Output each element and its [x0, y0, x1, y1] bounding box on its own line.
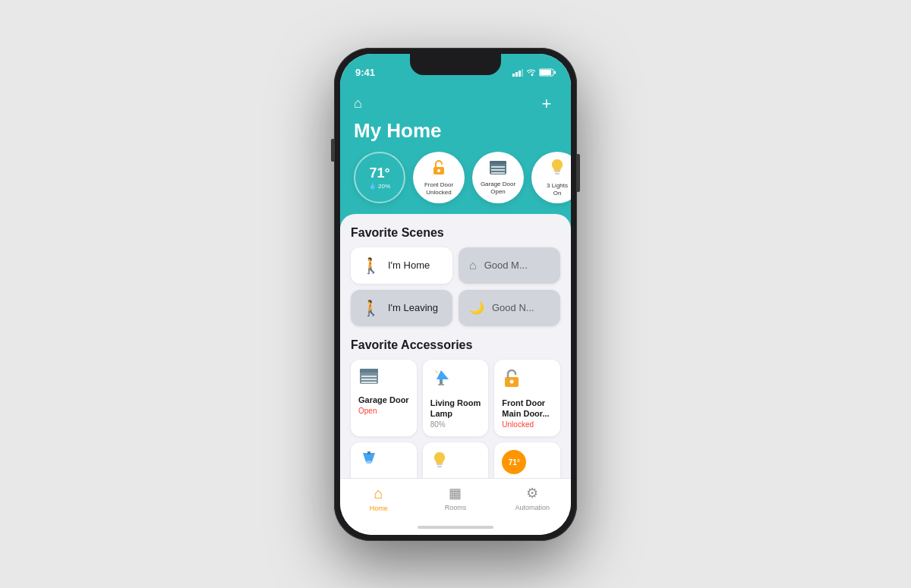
garage-door-label: Garage DoorOpen — [481, 181, 515, 195]
garage-accessory-icon — [358, 367, 409, 390]
weather-tile[interactable]: 71° 💧 20% — [354, 152, 405, 203]
good-morning-icon: ⌂ — [469, 259, 477, 272]
svg-rect-6 — [554, 71, 556, 74]
status-bar: 9:41 — [340, 54, 571, 87]
quick-item-garage[interactable]: Garage DoorOpen — [472, 152, 524, 203]
walking-icon: 🚶 — [361, 256, 380, 275]
accessory-thermostat[interactable]: 71° Living Room Thermostat Heating to 71… — [494, 442, 560, 477]
notch — [410, 54, 501, 75]
svg-rect-2 — [519, 71, 521, 77]
svg-rect-23 — [440, 379, 443, 384]
svg-rect-10 — [490, 161, 506, 164]
scene-im-leaving-label: I'm Leaving — [388, 302, 438, 313]
add-button[interactable]: + — [536, 93, 557, 115]
ceiling-light-icon — [358, 450, 409, 473]
scene-im-home-label: I'm Home — [388, 259, 430, 271]
accessory-front-door[interactable]: Front Door Main Door... Unlocked — [494, 360, 560, 437]
svg-rect-1 — [515, 72, 518, 77]
front-door-status: Unlocked — [502, 420, 553, 429]
scene-good-night[interactable]: 🌙 Good N... — [459, 290, 560, 326]
tab-rooms[interactable]: ▦ Rooms — [433, 485, 478, 511]
svg-rect-29 — [437, 464, 443, 465]
garage-door-name: Garage Door — [358, 395, 409, 405]
home-icon: ⌂ — [354, 96, 362, 112]
signal-icon — [512, 69, 523, 77]
svg-rect-24 — [438, 384, 444, 385]
leaving-icon: 🚶 — [361, 299, 380, 317]
accessories-grid: Garage Door Open Li — [351, 360, 560, 478]
accessory-hallway-light[interactable]: Hallway Light 70% — [423, 442, 489, 477]
svg-rect-3 — [522, 69, 523, 77]
tab-automation[interactable]: ⚙ Automation — [509, 485, 555, 511]
svg-rect-15 — [555, 173, 560, 175]
svg-rect-30 — [437, 466, 442, 467]
scenes-section-title: Favorite Scenes — [351, 226, 560, 240]
app-content: ⌂ + My Home 71° 💧 20% — [340, 87, 571, 478]
home-tab-icon: ⌂ — [374, 485, 383, 502]
living-lamp-name: Living Room Lamp — [430, 398, 481, 420]
3lights-label: 3 LightsOn — [547, 182, 568, 197]
living-lamp-status: 80% — [430, 420, 481, 429]
accessory-garage-door[interactable]: Garage Door Open — [351, 360, 417, 437]
tab-bar: ⌂ Home ▦ Rooms ⚙ Automation — [340, 478, 571, 521]
garage-icon — [488, 159, 508, 179]
thermostat-circle: 71° — [502, 450, 526, 474]
svg-rect-5 — [540, 70, 551, 75]
svg-rect-19 — [360, 369, 378, 373]
rooms-tab-icon: ▦ — [449, 485, 462, 502]
accessory-kitchen-light[interactable]: Kitchen Light 70% — [351, 442, 417, 477]
home-tab-label: Home — [370, 505, 388, 512]
app-header: ⌂ + My Home — [340, 87, 571, 152]
page-title: My Home — [354, 119, 557, 143]
quick-access-row: 71° 💧 20% Front DoorUnl — [340, 152, 571, 214]
status-time: 9:41 — [355, 67, 375, 78]
svg-rect-14 — [554, 171, 560, 172]
good-night-icon: 🌙 — [469, 300, 484, 315]
rooms-tab-label: Rooms — [445, 504, 467, 511]
home-indicator — [340, 521, 571, 535]
hallway-bulb-icon — [430, 450, 481, 476]
wifi-icon — [526, 69, 536, 77]
svg-point-26 — [510, 379, 514, 383]
accessories-section-title: Favorite Accessories — [351, 338, 560, 352]
svg-point-28 — [366, 461, 372, 464]
thermostat-icon: 71° — [502, 450, 553, 474]
phone-frame: 9:41 — [334, 48, 577, 541]
quick-item-3lights[interactable]: 3 LightsOn — [531, 152, 571, 203]
scenes-grid: 🚶 I'm Home ⌂ Good M... 🚶 I'm Leaving — [351, 247, 560, 326]
scene-im-home[interactable]: 🚶 I'm Home — [351, 247, 452, 284]
svg-point-8 — [437, 169, 440, 172]
scene-good-morning-label: Good M... — [484, 259, 528, 271]
battery-icon — [539, 68, 556, 77]
phone-screen: 9:41 — [340, 54, 571, 535]
automation-tab-icon: ⚙ — [526, 485, 538, 502]
white-panel: Favorite Scenes 🚶 I'm Home ⌂ Good M... 🚶 — [340, 214, 571, 478]
automation-tab-label: Automation — [515, 504, 550, 511]
front-door-label: Front DoorUnlocked — [424, 181, 453, 196]
weather-humidity: 💧 20% — [369, 183, 390, 190]
lock-accessory-icon — [502, 367, 553, 393]
scene-good-night-label: Good N... — [492, 302, 534, 313]
weather-temp: 71° — [369, 165, 389, 181]
lamp-accessory-icon — [430, 367, 481, 393]
status-icons — [512, 68, 556, 77]
svg-rect-0 — [512, 74, 515, 77]
svg-rect-27 — [367, 451, 370, 454]
header-nav: ⌂ + — [354, 93, 557, 115]
quick-item-front-door[interactable]: Front DoorUnlocked — [413, 152, 465, 203]
home-bar — [418, 526, 493, 529]
accessory-living-lamp[interactable]: Living Room Lamp 80% — [423, 360, 489, 437]
scene-good-morning[interactable]: ⌂ Good M... — [459, 247, 560, 284]
bulb-icon — [549, 158, 566, 181]
front-door-name: Front Door Main Door... — [502, 398, 553, 420]
scene-im-leaving[interactable]: 🚶 I'm Leaving — [351, 290, 452, 326]
drop-icon: 💧 — [369, 183, 377, 190]
garage-door-status: Open — [358, 407, 409, 415]
lock-open-icon — [430, 159, 448, 180]
tab-home[interactable]: ⌂ Home — [356, 485, 402, 512]
